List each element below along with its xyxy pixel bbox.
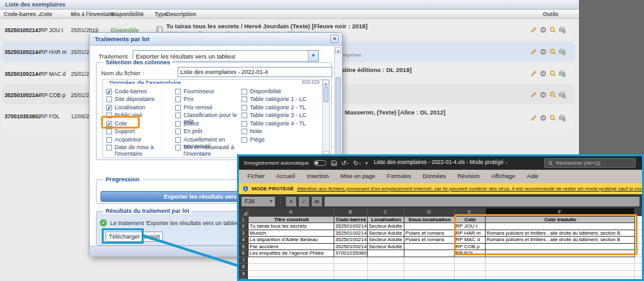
print-export-icon[interactable] [558, 91, 566, 98]
select-all-corner[interactable] [239, 208, 248, 216]
search-magnifier-icon[interactable] [549, 114, 556, 122]
autosave-toggle[interactable] [314, 160, 327, 166]
column-letter[interactable] [634, 208, 642, 216]
column-header-cote[interactable]: Cote [40, 11, 52, 17]
checkbox[interactable] [242, 137, 247, 143]
filename-input[interactable]: Liste des exemplaires - 2022-01-4 [178, 67, 332, 77]
row-number[interactable]: 9 [239, 270, 248, 277]
tab-insertion[interactable]: Insertion [301, 170, 335, 183]
row-number[interactable]: 5 [239, 243, 248, 250]
undo-icon[interactable]: ↺▾ [341, 160, 349, 167]
remove-icon[interactable] [539, 114, 547, 122]
column-header-barcode[interactable]: Code-barres▲ [4, 11, 41, 17]
search-magnifier-icon[interactable] [549, 26, 556, 34]
tab-accueil[interactable]: Accueil [270, 170, 301, 183]
insert-function-icon[interactable]: fx [312, 197, 322, 206]
column-header-description[interactable]: Description [166, 11, 196, 17]
row-number[interactable]: 6 [239, 250, 248, 257]
checkbox[interactable] [106, 145, 112, 150]
checkbox[interactable] [242, 96, 247, 102]
column-header-type[interactable]: Type [155, 11, 167, 17]
remove-icon[interactable] [539, 69, 547, 77]
tab-fichier[interactable]: Fichier [242, 170, 270, 183]
checkbox[interactable] [106, 96, 112, 102]
checkbox[interactable] [175, 137, 181, 143]
print-export-icon[interactable] [558, 69, 566, 77]
scrollbar-thumb[interactable] [336, 77, 341, 161]
column-letter-selected[interactable]: F [485, 208, 634, 216]
checkbox[interactable] [175, 129, 181, 134]
checkbox[interactable] [106, 129, 112, 134]
column-letter[interactable]: A [248, 208, 334, 216]
search-magnifier-icon[interactable] [549, 69, 556, 77]
column-letter[interactable]: B [334, 208, 367, 216]
checkbox[interactable] [175, 113, 181, 118]
tab-revision[interactable]: Révision [451, 170, 486, 183]
edit-pencil-icon[interactable] [529, 91, 537, 98]
search-magnifier-icon[interactable] [549, 48, 556, 56]
dropdown-arrow-icon[interactable]: ▼ [308, 51, 318, 61]
tab-aide[interactable]: Aide [521, 170, 544, 183]
enter-icon[interactable]: ✓ [299, 197, 309, 206]
row-number[interactable]: 10 [239, 277, 248, 280]
row-number[interactable]: 8 [239, 264, 248, 271]
search-magnifier-icon[interactable] [549, 91, 556, 98]
row-number[interactable]: 7 [239, 257, 248, 264]
checkbox[interactable] [106, 89, 112, 95]
checkbox[interactable] [106, 137, 112, 143]
edit-pencil-icon[interactable] [529, 48, 537, 56]
checkbox[interactable] [106, 105, 112, 111]
row-number[interactable]: 4 [239, 237, 248, 244]
tab-mise-en-page[interactable]: Mise en page [335, 170, 381, 183]
checkbox[interactable] [106, 121, 112, 127]
clipped-button[interactable] [302, 80, 310, 84]
tab-formules[interactable]: Formules [381, 170, 417, 183]
checkbox[interactable] [175, 121, 181, 127]
row-number[interactable]: 1 [239, 216, 248, 223]
checkbox[interactable] [175, 145, 181, 150]
print-export-icon[interactable] [558, 26, 566, 34]
tab-donnees[interactable]: Données [417, 170, 451, 183]
edit-pencil-icon[interactable] [529, 69, 537, 77]
scroll-up-icon[interactable]: ▲ [323, 80, 329, 86]
redo-icon[interactable]: ↻▾ [353, 160, 361, 167]
cancel-icon[interactable]: ✕ [286, 197, 296, 206]
close-icon[interactable]: ✕ [330, 35, 339, 43]
scrollbar-thumb[interactable] [323, 87, 328, 102]
protected-mode-menu[interactable]: Mode protégé [469, 159, 503, 165]
print-export-icon[interactable] [558, 114, 566, 122]
checkbox[interactable] [242, 89, 247, 95]
download-export-link[interactable]: Télécharger l'export [106, 231, 163, 242]
checkbox[interactable] [242, 121, 247, 127]
protected-view-message[interactable]: Attention aux fichiers provenant d'un em… [297, 186, 642, 192]
checkbox[interactable] [175, 89, 181, 95]
edit-pencil-icon[interactable] [529, 114, 537, 122]
formula-input[interactable] [325, 197, 639, 206]
checkbox[interactable] [242, 129, 247, 134]
column-letter[interactable]: E [454, 208, 485, 216]
checkbox[interactable] [106, 113, 112, 118]
save-icon[interactable] [331, 160, 337, 166]
checkbox[interactable] [242, 113, 247, 118]
remove-icon[interactable] [539, 26, 547, 34]
column-letter[interactable]: D [404, 208, 454, 216]
group-header-clipped: Données de l'exemplaire [109, 80, 238, 84]
checkbox[interactable] [175, 96, 181, 102]
remove-icon[interactable] [539, 91, 547, 98]
tab-affichage[interactable]: Affichage [486, 170, 521, 183]
checkbox[interactable] [242, 105, 247, 111]
clipped-button[interactable] [312, 80, 319, 84]
list-scrollbar[interactable]: ▲ ▼ [322, 80, 329, 158]
remove-icon[interactable] [539, 48, 547, 56]
print-export-icon[interactable] [558, 48, 566, 56]
row-number[interactable]: 3 [239, 230, 248, 237]
row-number[interactable]: 2 [239, 223, 248, 230]
column-letter[interactable]: C [367, 208, 404, 216]
column-header-availability[interactable]: Disponibilité [111, 11, 144, 17]
quick-access-customize-icon[interactable]: ▾ [365, 160, 368, 167]
scroll-up-icon[interactable]: ▲ [335, 47, 341, 53]
checkbox[interactable] [175, 105, 181, 111]
search-input[interactable]: Rechercher (Alt+Q) [544, 158, 636, 168]
edit-pencil-icon[interactable] [529, 26, 537, 34]
name-box[interactable]: F26▼ [242, 197, 275, 206]
